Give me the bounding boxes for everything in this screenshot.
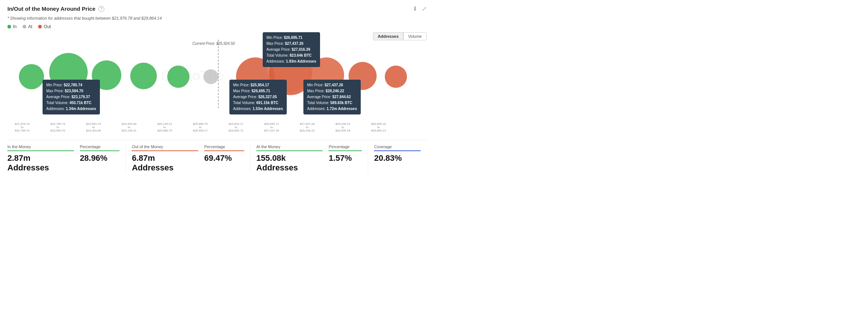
bubble-green-5 <box>167 66 189 88</box>
stat-label-at: At the Money <box>256 144 323 149</box>
bubble-red-4 <box>349 62 377 90</box>
x-label-9: $28,246.22to$29,055.18 <box>328 122 358 132</box>
help-icon[interactable]: ? <box>98 6 104 12</box>
x-axis-labels: $21,976.74to$22,785.74 $22,785.74to$23,5… <box>7 122 393 132</box>
divider-2 <box>250 144 250 173</box>
main-container: In/Out of the Money Around Price ? ⬇ ⤢ *… <box>0 0 434 178</box>
toggle-addresses[interactable]: Addresses <box>373 32 403 40</box>
stat-label-out: Out of the Money <box>132 144 198 149</box>
x-label-8: $27,437.26to$28,246.22 <box>292 122 322 132</box>
legend-dot-at <box>23 25 26 29</box>
underline-pct-in <box>80 150 120 151</box>
page-title: In/Out of the Money Around Price <box>7 6 95 12</box>
underline-at <box>256 150 323 151</box>
underline-pct-at <box>329 150 362 151</box>
expand-icon[interactable]: ⤢ <box>422 5 427 12</box>
legend-label-at: At <box>28 24 32 29</box>
stat-pct-in: Percentage 28.96% <box>80 144 126 173</box>
underline-in <box>7 150 74 151</box>
stat-label-pct-out: Percentage <box>204 144 244 149</box>
legend: In At Out <box>7 24 427 29</box>
chart-area: Addresses Volume ⬡ IntoThe Current Price… <box>7 32 427 121</box>
bubble-green-4 <box>130 63 157 89</box>
stat-pct-out: Percentage 69.47% <box>204 144 250 173</box>
stat-value-pct-at: 1.57% <box>329 153 362 163</box>
stat-value-at: 155.08k Addresses <box>256 153 323 173</box>
legend-out: Out <box>38 24 51 29</box>
stat-label-coverage: Coverage <box>374 144 421 149</box>
x-label-5: $25,886.75to$25,954.17 <box>185 122 215 132</box>
stat-value-out: 6.87m Addresses <box>132 153 198 173</box>
download-icon[interactable]: ⬇ <box>413 5 417 12</box>
divider-1 <box>125 144 126 173</box>
bottom-stats: In the Money 2.87m Addresses Percentage … <box>7 140 427 173</box>
header: In/Out of the Money Around Price ? ⬇ ⤢ <box>7 5 427 12</box>
stat-value-pct-in: 28.96% <box>80 153 120 163</box>
bubble-gray <box>203 69 218 84</box>
stat-value-coverage: 20.83% <box>374 153 421 163</box>
bubble-red-5 <box>385 66 407 88</box>
subtitle-text: * Showing information for addresses that… <box>7 16 427 20</box>
legend-label-out: Out <box>44 24 51 29</box>
underline-coverage <box>374 150 421 151</box>
bubble-green-1 <box>19 64 44 89</box>
bubble-green-2 <box>49 53 88 92</box>
stat-coverage: Coverage 20.83% <box>374 144 427 173</box>
legend-in: In <box>7 24 17 29</box>
stat-value-in: 2.87m Addresses <box>7 153 74 173</box>
x-label-7: $26,695.71to$27,437.26 <box>257 122 286 132</box>
x-label-4: $25,145.21to$25,886.75 <box>150 122 179 132</box>
bubble-red-light-3 <box>309 57 344 93</box>
current-price-label: Current Price: $25,924.50 <box>192 41 235 46</box>
stat-label-pct-at: Percentage <box>329 144 362 149</box>
x-label-3: $24,403.66to$25,145.21 <box>114 122 144 132</box>
legend-label-in: In <box>13 24 17 29</box>
underline-pct-out <box>204 150 244 151</box>
header-left: In/Out of the Money Around Price ? <box>7 6 104 12</box>
stat-label-in: In the Money <box>7 144 74 149</box>
legend-dot-in <box>7 25 11 29</box>
x-label-1: $22,785.74to$23,594.70 <box>43 122 73 132</box>
stat-value-pct-out: 69.47% <box>204 153 244 163</box>
stat-pct-at: Percentage 1.57% <box>329 144 368 173</box>
bubble-green-3 <box>92 60 121 90</box>
stat-in-the-money: In the Money 2.87m Addresses <box>7 144 80 173</box>
toggle-volume[interactable]: Volume <box>403 32 427 40</box>
x-label-0: $21,976.74to$22,785.74 <box>7 122 37 132</box>
header-icons: ⬇ ⤢ <box>413 5 427 12</box>
chart-toggle: Addresses Volume <box>373 32 427 40</box>
stat-out-the-money: Out of the Money 6.87m Addresses <box>132 144 204 173</box>
x-label-10: $29,055.18to$29,864.14 <box>364 122 393 132</box>
legend-at: At <box>23 24 32 29</box>
stat-at-the-money: At the Money 155.08k Addresses <box>256 144 329 173</box>
stat-label-pct-in: Percentage <box>80 144 120 149</box>
divider-3 <box>368 144 368 173</box>
legend-dot-out <box>38 25 42 29</box>
x-label-6: $25,954.17to$26,695.71 <box>221 122 251 132</box>
underline-out <box>132 150 198 151</box>
bubble-red-largest <box>269 52 312 95</box>
x-label-2: $23,594.70to$24,403.66 <box>79 122 108 132</box>
bubbles-chart: ⬡ IntoThe Current Price: $25,924.50 <box>7 40 414 114</box>
